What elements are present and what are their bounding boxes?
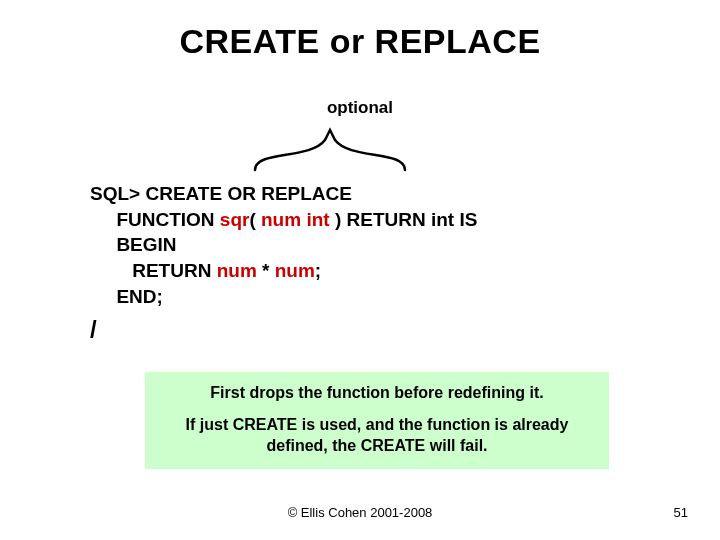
code-begin: BEGIN xyxy=(90,234,177,255)
sql-code-block: SQL> CREATE OR REPLACE FUNCTION sqr( num… xyxy=(90,181,477,309)
sql-terminator: / xyxy=(90,316,97,344)
code-var: num xyxy=(217,260,257,281)
note-box: First drops the function before redefini… xyxy=(145,372,609,469)
code-func-name: sqr xyxy=(220,209,250,230)
code-text: ( xyxy=(249,209,261,230)
code-text: ) RETURN int IS xyxy=(330,209,478,230)
brace-icon xyxy=(250,120,410,175)
slide: CREATE or REPLACE optional SQL> CREATE O… xyxy=(0,0,720,540)
optional-label: optional xyxy=(0,98,720,118)
code-param: num xyxy=(261,209,301,230)
code-text: FUNCTION xyxy=(90,209,220,230)
note-line-2: If just CREATE is used, and the function… xyxy=(157,414,597,457)
footer-copyright: © Ellis Cohen 2001-2008 xyxy=(0,505,720,520)
note-line-1: First drops the function before redefini… xyxy=(157,382,597,404)
code-or-replace: OR REPLACE xyxy=(227,183,352,204)
code-text: RETURN xyxy=(90,260,217,281)
code-type: int xyxy=(306,209,329,230)
slide-title: CREATE or REPLACE xyxy=(0,22,720,61)
sql-prompt: SQL> xyxy=(90,183,140,204)
code-text: CREATE xyxy=(140,183,227,204)
footer-page-number: 51 xyxy=(674,505,688,520)
note-spacer xyxy=(157,404,597,414)
code-var: num xyxy=(275,260,315,281)
code-text: * xyxy=(257,260,275,281)
code-text: ; xyxy=(315,260,321,281)
code-end: END; xyxy=(90,286,163,307)
